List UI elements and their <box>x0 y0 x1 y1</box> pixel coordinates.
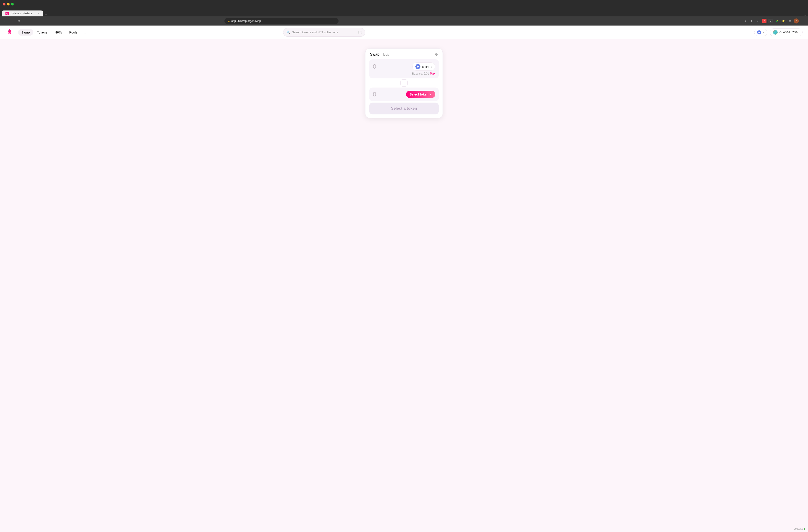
eth-symbol: ETH <box>422 65 429 69</box>
search-placeholder: Search tokens and NFT collections <box>292 31 356 34</box>
network-selector[interactable]: ∨ <box>754 29 767 36</box>
swap-header: Swap Buy ⚙ <box>369 52 439 57</box>
uniswap-logo[interactable] <box>5 28 14 36</box>
tab-close-button[interactable]: ✕ <box>37 12 39 15</box>
svg-marker-3 <box>758 32 760 33</box>
tab-swap[interactable]: Swap <box>370 53 380 57</box>
address-bar: ← → ↻ 🔒 app.uniswap.org/#/swap ⬇ ⬆ ☆ F M… <box>0 16 808 25</box>
nav-pools[interactable]: Pools <box>66 29 80 36</box>
app-nav: Swap Tokens NFTs Pools ... 🔍 Search toke… <box>0 25 808 39</box>
more-icon[interactable]: ⋮ <box>801 19 805 23</box>
nav-buttons: ← → ↻ <box>3 19 21 23</box>
tab-title: Uniswap Interface <box>11 12 32 15</box>
address-text: app.uniswap.org/#/swap <box>231 19 261 23</box>
wallet-address: 0xaC0d...7B1d <box>779 31 799 34</box>
extension-icon-3[interactable]: 🧩 <box>775 19 779 23</box>
select-token-chevron: ∨ <box>430 93 431 96</box>
eth-selector-chevron: ∨ <box>430 65 432 68</box>
back-button[interactable]: ← <box>3 19 8 23</box>
address-field[interactable]: 🔒 app.uniswap.org/#/swap <box>224 18 338 24</box>
search-shortcut: / <box>359 31 362 34</box>
share-icon[interactable]: ⬆ <box>749 19 754 23</box>
eth-network-icon <box>757 30 761 34</box>
nav-nfts[interactable]: NFTs <box>51 29 65 36</box>
extension-icon-4[interactable]: ⭐ <box>781 19 786 23</box>
search-bar[interactable]: 🔍 Search tokens and NFT collections / <box>283 28 365 37</box>
search-icon: 🔍 <box>287 31 290 34</box>
new-tab-button[interactable]: + <box>43 12 49 16</box>
browser-top-bar <box>0 0 808 8</box>
select-token-label: Select token <box>410 93 428 96</box>
extension-icon-2[interactable]: M <box>768 19 773 23</box>
max-button[interactable]: Max <box>430 72 435 75</box>
nav-more[interactable]: ... <box>81 29 89 36</box>
browser-window: 🦄 Uniswap Interface ✕ + ⌄ ← → ↻ 🔒 app.un… <box>0 0 808 25</box>
to-token-box: Select token ∨ <box>369 88 439 101</box>
nav-tokens[interactable]: Tokens <box>34 29 50 36</box>
tab-favicon: 🦄 <box>5 12 9 15</box>
eth-icon <box>416 64 420 69</box>
balance-value: 5.01 <box>424 72 429 75</box>
bookmark-icon[interactable]: ☆ <box>755 19 760 23</box>
lock-icon: 🔒 <box>227 20 230 22</box>
page: Swap Tokens NFTs Pools ... 🔍 Search toke… <box>0 25 808 532</box>
extension-icon-1[interactable]: F <box>762 19 767 23</box>
chevron-down-icon: ∨ <box>763 31 765 34</box>
swap-arrow-container: ↓ <box>369 79 439 87</box>
forward-button[interactable]: → <box>10 19 15 23</box>
action-button[interactable]: Select a token <box>369 102 439 114</box>
balance-row: Balance: 5.01 Max <box>373 72 435 75</box>
profile-icon[interactable]: P <box>794 18 799 23</box>
block-number: 3987159 <box>794 528 805 530</box>
eth-token-selector[interactable]: ETH ∨ <box>412 62 435 71</box>
wallet-area: ∨ 0xaC0d...7B1d <box>754 28 803 36</box>
swap-arrow-icon: ↓ <box>403 81 405 85</box>
download-icon[interactable]: ⬇ <box>743 19 747 23</box>
tab-bar: 🦄 Uniswap Interface ✕ + ⌄ <box>0 8 808 16</box>
swap-card: Swap Buy ⚙ ETH ∨ <box>365 48 443 118</box>
minimize-traffic-light[interactable] <box>7 3 10 5</box>
from-token-box: ETH ∨ Balance: 5.01 Max <box>369 59 439 78</box>
sidebar-icon[interactable]: ▦ <box>788 19 792 23</box>
to-token-row: Select token ∨ <box>373 91 435 98</box>
block-number-text: 3987159 <box>794 528 803 530</box>
wallet-avatar <box>773 30 778 35</box>
main-content: Swap Buy ⚙ ETH ∨ <box>0 39 808 532</box>
browser-tab[interactable]: 🦄 Uniswap Interface ✕ <box>2 11 43 16</box>
nav-swap[interactable]: Swap <box>18 29 33 36</box>
swap-tabs: Swap Buy <box>370 53 389 57</box>
nav-links: Swap Tokens NFTs Pools ... <box>18 29 89 36</box>
balance-label: Balance: <box>412 72 423 75</box>
swap-direction-button[interactable]: ↓ <box>400 79 408 87</box>
from-token-row: ETH ∨ <box>373 62 435 71</box>
browser-actions: ⬇ ⬆ ☆ F M 🧩 ⭐ ▦ P ⋮ <box>743 18 805 23</box>
select-token-button[interactable]: Select token ∨ <box>406 91 435 98</box>
to-amount-input[interactable] <box>373 91 406 98</box>
svg-marker-4 <box>417 65 419 68</box>
wallet-button[interactable]: 0xaC0d...7B1d <box>770 28 803 36</box>
traffic-lights <box>3 3 14 5</box>
tab-expand-icon[interactable]: ⌄ <box>804 13 806 16</box>
refresh-button[interactable]: ↻ <box>16 19 21 23</box>
from-amount-input[interactable] <box>373 63 410 70</box>
settings-button[interactable]: ⚙ <box>435 52 438 57</box>
maximize-traffic-light[interactable] <box>11 3 14 5</box>
block-status-dot <box>804 528 805 530</box>
close-traffic-light[interactable] <box>3 3 5 5</box>
svg-point-0 <box>8 29 11 33</box>
tab-buy[interactable]: Buy <box>383 53 390 57</box>
svg-point-2 <box>8 30 8 31</box>
